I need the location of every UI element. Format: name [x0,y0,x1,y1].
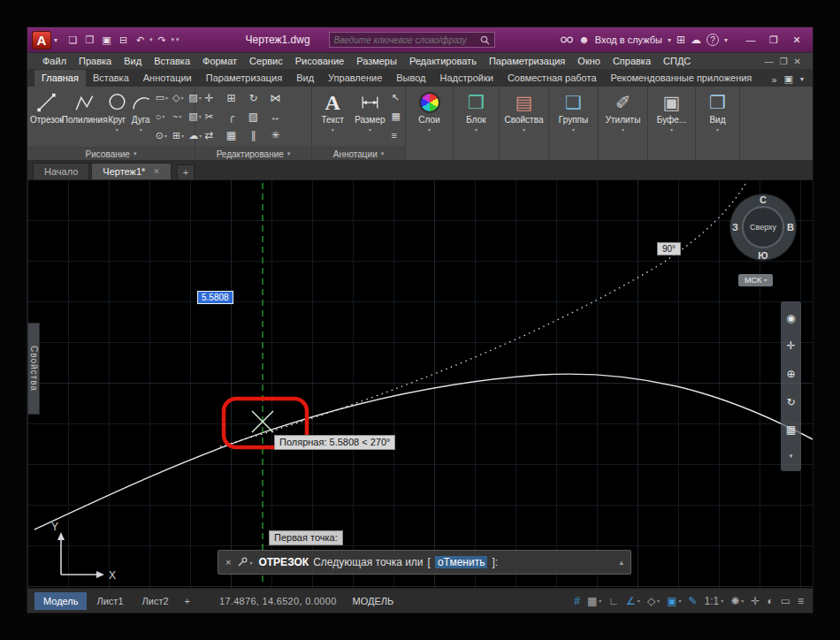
app-menu-caret-icon[interactable]: ▾ [54,36,57,44]
command-history-caret-icon[interactable]: ▴ [619,558,623,567]
ribbon-tab-manage[interactable]: Управление [321,70,389,87]
ribbon-tab-featured-apps[interactable]: Рекомендованные приложения [604,70,760,87]
tab-close-icon[interactable]: ✕ [153,167,160,176]
maximize-button[interactable]: ❐ [762,31,785,49]
circle-tool-button[interactable]: Круг ▾ [106,88,128,145]
ellipse-tool-button[interactable]: ○▾ [154,109,170,124]
ribbon-tab-insert[interactable]: Вставка [86,70,136,87]
undo-icon[interactable]: ↶ [133,34,148,46]
drawing-canvas[interactable]: Y X Свойства 5.5808 Полярная: 5.5808 < 2… [27,179,813,588]
binoculars-icon[interactable] [561,35,573,44]
pan-icon[interactable]: ✛ [786,340,795,351]
menu-edit[interactable]: Правка [73,56,118,66]
menu-parametric[interactable]: Параметризация [483,56,571,66]
steering-wheel-icon[interactable]: ◉ [786,313,795,324]
ribbon-tab-addins[interactable]: Надстройки [433,70,500,87]
menu-tools[interactable]: Сервис [243,56,289,66]
annotation-scale-button[interactable]: 1:1▾ [705,595,724,607]
viewcube-south[interactable]: Ю [758,250,767,261]
utilities-button[interactable]: ✐ Утилиты ▾ [599,87,647,133]
workspace-switch-icon[interactable]: ✺▾ [730,595,744,607]
viewcube-north[interactable]: С [760,194,767,205]
viewcube-face-top[interactable]: Сверху [742,206,784,248]
layout-tab-list1[interactable]: Лист1 [88,592,132,610]
new-drawing-tab-button[interactable]: + [177,164,195,179]
command-customize-button[interactable]: ▾ [237,557,252,568]
ribbon-tab-parametric[interactable]: Параметризация [199,70,289,87]
zoom-icon[interactable]: ⊕ [786,369,795,379]
doc-minimize-icon[interactable]: — [765,57,774,66]
annotation-toggle-icon[interactable]: ✎ [688,595,697,607]
menu-modify[interactable]: Редактировать [403,56,483,66]
new-layout-button[interactable]: + [179,592,196,610]
text-tool-button[interactable]: А Текст ▾ [315,88,350,145]
help-icon[interactable]: ? [706,34,719,46]
groups-button[interactable]: ❏ Группы ▾ [549,87,598,133]
panel-draw-label[interactable]: Рисование▾ [27,147,195,160]
close-button[interactable]: ✕ [785,31,808,49]
viewcube-east[interactable]: В [787,222,794,232]
polygon-tool-button[interactable]: ◇▾ [171,90,186,105]
menu-dimension[interactable]: Размеры [350,56,403,66]
point-tool-button[interactable]: ⊙▾ [154,128,170,143]
isodraft-toggle-icon[interactable]: ◇▾ [647,595,660,607]
region-tool-button[interactable]: ⊞▾ [171,128,186,143]
object-isolate-icon[interactable]: ◐ [767,595,773,607]
qat-customize-caret-icon[interactable]: ▾ [176,36,179,43]
menu-format[interactable]: Формат [196,56,243,66]
arc-caret-icon[interactable]: ▾ [140,126,142,133]
grid-toggle-icon[interactable]: # [574,595,580,607]
signin-caret-icon[interactable]: ▾ [668,36,671,44]
annotation-monitor-icon[interactable]: ✛ [751,595,760,607]
minimize-button[interactable]: — [739,31,762,49]
text-caret-icon[interactable]: ▾ [332,126,334,133]
viewcube[interactable]: С Ю З В Сверху [729,194,797,261]
clean-screen-icon[interactable]: ▭ [781,595,790,607]
plot-icon[interactable]: ⊟ [116,34,131,46]
show-motion-icon[interactable]: ▦ [786,424,796,435]
line-tool-button[interactable]: Отрезок [30,88,64,145]
mtext-tool-button[interactable]: ≡ [390,128,402,143]
snap-toggle-icon[interactable]: ▦▾ [587,595,601,607]
doc-close-icon[interactable]: ✕ [794,57,801,66]
menu-insert[interactable]: Вставка [148,56,196,66]
mirror-tool-icon[interactable]: ⋈ [271,92,281,104]
ribbon-tab-annotate[interactable]: Аннотации [136,70,199,87]
ribbon-tab-home[interactable]: Главная [34,70,86,87]
block-button[interactable]: ❒ Блок ▾ [454,87,499,133]
model-space-button[interactable]: МОДЕЛЬ [353,596,394,606]
menu-view[interactable]: Вид [118,56,148,66]
array-tool-icon[interactable]: ▦ [226,129,236,141]
file-tab-start[interactable]: Начало [33,163,89,179]
rotate-tool-icon[interactable]: ↻ [248,92,257,104]
ribbon-tab-view[interactable]: Вид [289,70,321,87]
search-input[interactable] [334,35,477,45]
scale-tool-icon[interactable]: ⇄ [204,129,213,141]
signin-label[interactable]: Вход в службы [595,34,662,45]
menu-spds[interactable]: СПДС [657,56,697,66]
customize-status-icon[interactable]: ≡ [798,595,804,607]
save-icon[interactable]: ▣ [99,34,114,46]
app-menu-button[interactable]: A [32,31,51,50]
viewcube-west[interactable]: З [732,222,738,232]
new-file-icon[interactable]: ❏ [65,34,80,46]
signin-person-icon[interactable]: ☻ [578,34,590,46]
ribbon-minimize-caret-icon[interactable]: ▾ [800,75,804,83]
view-button[interactable]: ❐ Вид ▾ [696,87,739,133]
orbit-icon[interactable]: ↻ [786,397,795,408]
open-file-icon[interactable]: ❒ [82,34,97,46]
undo-caret-icon[interactable]: ▾ [149,36,153,43]
ucs-selector[interactable]: МСК▾ [738,274,773,286]
spline-tool-button[interactable]: ~▾ [171,109,186,124]
circle-caret-icon[interactable]: ▾ [116,126,118,133]
command-option-undo[interactable]: оТменить [435,556,487,568]
command-prompt-text[interactable]: ОТРЕЗОК Следующая точка или [оТменить]: [258,556,498,568]
properties-button[interactable]: ▤ Свойства ▾ [500,87,548,133]
command-line-bar[interactable]: × ▾ ОТРЕЗОК Следующая точка или [оТменит… [218,550,631,575]
arc-entity[interactable] [34,374,813,530]
a360-cloud-icon[interactable]: ☁ [691,34,701,46]
redo-icon[interactable]: ↷ [155,34,170,46]
polar-toggle-icon[interactable]: ∠▾ [626,595,640,607]
copy-tool-icon[interactable]: ⊞ [226,92,235,104]
osnap-toggle-icon[interactable]: ▣▾ [667,595,681,607]
